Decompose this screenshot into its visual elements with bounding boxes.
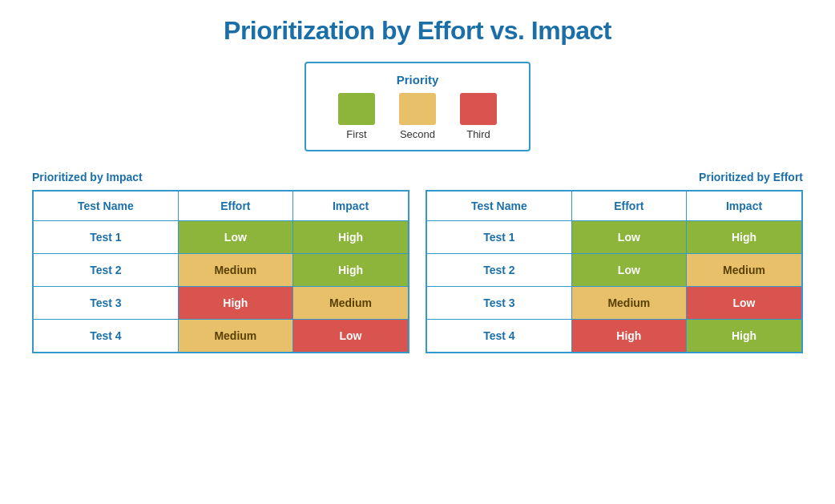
left-col-name: Test Name (33, 191, 178, 221)
legend-label-third: Third (466, 128, 490, 140)
legend-container: Priority First Second Third (24, 62, 811, 151)
left-table-heading: Prioritized by Impact (32, 171, 409, 183)
page-title: Prioritization by Effort vs. Impact (24, 16, 811, 46)
legend-swatch-third (460, 93, 497, 125)
left-col-impact: Impact (293, 191, 409, 221)
right-col-impact: Impact (687, 191, 802, 221)
left-row-0-name: Test 1 (33, 221, 178, 254)
left-row-3-name: Test 4 (33, 320, 178, 353)
right-table-row: Test 4 High High (426, 320, 802, 353)
left-table-row: Test 1 Low High (33, 221, 409, 254)
left-row-1-effort: Medium (178, 254, 292, 287)
left-table: Test Name Effort Impact Test 1 Low High … (32, 190, 409, 353)
legend-item-third: Third (460, 93, 497, 140)
left-row-1-name: Test 2 (33, 254, 178, 287)
left-table-row: Test 4 Medium Low (33, 320, 409, 353)
right-table-header-row: Test Name Effort Impact (426, 191, 802, 221)
page-wrapper: Prioritization by Effort vs. Impact Prio… (0, 0, 835, 369)
right-row-0-name: Test 1 (426, 221, 571, 254)
left-table-row: Test 3 High Medium (33, 287, 409, 320)
legend-item-first: First (338, 93, 375, 140)
right-table-row: Test 3 Medium Low (426, 287, 802, 320)
right-table: Test Name Effort Impact Test 1 Low High … (426, 190, 803, 353)
right-row-1-impact: Medium (687, 254, 802, 287)
left-row-0-impact: High (293, 221, 409, 254)
right-row-3-name: Test 4 (426, 320, 571, 353)
legend-swatch-first (338, 93, 375, 125)
legend-label-second: Second (400, 128, 435, 140)
right-row-2-effort: Medium (571, 287, 686, 320)
right-col-name: Test Name (426, 191, 571, 221)
left-row-3-impact: Low (293, 320, 409, 353)
right-table-row: Test 1 Low High (426, 221, 802, 254)
left-col-effort: Effort (178, 191, 292, 221)
legend-items: First Second Third (338, 93, 497, 140)
left-row-2-name: Test 3 (33, 287, 178, 320)
right-row-3-effort: High (571, 320, 686, 353)
left-row-3-effort: Medium (178, 320, 292, 353)
right-table-block: Prioritized by Effort Test Name Effort I… (426, 171, 803, 353)
right-row-2-impact: Low (687, 287, 802, 320)
right-row-0-effort: Low (571, 221, 686, 254)
right-row-3-impact: High (687, 320, 802, 353)
legend-box: Priority First Second Third (305, 62, 530, 151)
left-row-0-effort: Low (178, 221, 292, 254)
legend-item-second: Second (399, 93, 436, 140)
left-row-2-impact: Medium (293, 287, 409, 320)
left-row-1-impact: High (293, 254, 409, 287)
right-row-0-impact: High (687, 221, 802, 254)
legend-swatch-second (399, 93, 436, 125)
right-row-1-effort: Low (571, 254, 686, 287)
legend-label-first: First (346, 128, 366, 140)
legend-title: Priority (397, 73, 439, 87)
right-row-1-name: Test 2 (426, 254, 571, 287)
left-table-row: Test 2 Medium High (33, 254, 409, 287)
right-row-2-name: Test 3 (426, 287, 571, 320)
left-table-header-row: Test Name Effort Impact (33, 191, 409, 221)
left-table-block: Prioritized by Impact Test Name Effort I… (32, 171, 409, 353)
right-table-heading: Prioritized by Effort (426, 171, 803, 183)
right-table-row: Test 2 Low Medium (426, 254, 802, 287)
right-col-effort: Effort (571, 191, 686, 221)
tables-section: Prioritized by Impact Test Name Effort I… (24, 171, 811, 353)
left-row-2-effort: High (178, 287, 292, 320)
